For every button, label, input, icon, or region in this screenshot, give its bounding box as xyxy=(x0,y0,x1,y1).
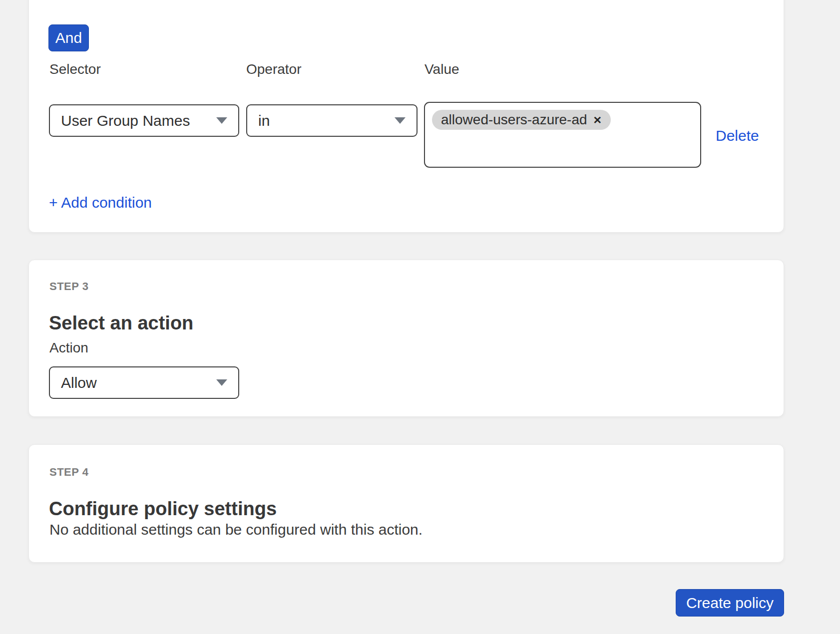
step4-title: Configure policy settings xyxy=(49,498,277,520)
tag-remove-icon[interactable]: ✕ xyxy=(593,115,602,125)
operator-label: Operator xyxy=(246,61,302,77)
and-operator-button[interactable]: And xyxy=(48,24,89,51)
selector-label: Selector xyxy=(49,61,101,77)
chevron-down-icon xyxy=(395,117,406,124)
value-tag-text: allowed-users-azure-ad xyxy=(441,112,587,128)
chevron-down-icon xyxy=(216,379,227,386)
operator-dropdown[interactable]: in xyxy=(246,104,418,137)
step3-card: STEP 3 Select an action Action Allow xyxy=(28,260,784,417)
action-dropdown[interactable]: Allow xyxy=(49,366,239,399)
value-multiselect-input[interactable]: allowed-users-azure-ad ✕ xyxy=(424,102,701,168)
step4-card: STEP 4 Configure policy settings No addi… xyxy=(28,444,784,563)
create-policy-button[interactable]: Create policy xyxy=(676,589,784,617)
chevron-down-icon xyxy=(216,117,227,124)
add-condition-link[interactable]: + Add condition xyxy=(49,194,152,211)
step4-description: No additional settings can be configured… xyxy=(49,521,422,538)
step4-label: STEP 4 xyxy=(49,466,88,479)
selector-dropdown[interactable]: User Group Names xyxy=(49,104,239,137)
operator-dropdown-value: in xyxy=(258,112,389,129)
value-label: Value xyxy=(424,61,459,77)
policy-builder-page: And Selector Operator Value User Group N… xyxy=(0,0,840,634)
step3-title: Select an action xyxy=(49,313,193,334)
step3-label: STEP 3 xyxy=(49,280,88,293)
condition-card: And Selector Operator Value User Group N… xyxy=(28,0,784,233)
value-tag: allowed-users-azure-ad ✕ xyxy=(432,110,611,130)
delete-condition-link[interactable]: Delete xyxy=(716,127,759,144)
action-dropdown-value: Allow xyxy=(61,374,210,391)
action-label: Action xyxy=(49,340,88,356)
selector-dropdown-value: User Group Names xyxy=(61,112,210,129)
